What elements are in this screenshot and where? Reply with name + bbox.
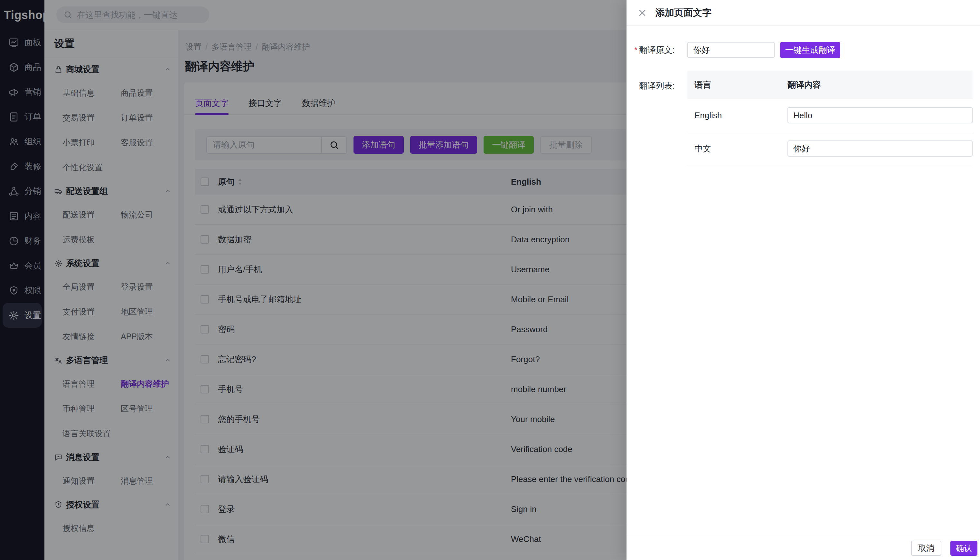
- row-translation-wrap: [787, 107, 973, 123]
- translation-table-header: 语言 翻译内容: [688, 70, 973, 99]
- modal-overlay[interactable]: [0, 0, 626, 560]
- translation-row: 中文: [688, 132, 973, 165]
- translation-list-table: 语言 翻译内容 English 中文: [688, 70, 973, 165]
- translation-input[interactable]: [787, 140, 973, 157]
- source-label-wrap: *翻译原文:: [626, 45, 675, 56]
- row-language: 中文: [688, 143, 787, 154]
- drawer-header: 添加页面文字: [626, 0, 980, 26]
- translation-list-row: 翻译列表: 语言 翻译内容 English 中文: [626, 70, 980, 165]
- drawer-body: *翻译原文: 一键生成翻译 翻译列表: 语言 翻译内容 English: [626, 42, 980, 165]
- generate-translation-button[interactable]: 一键生成翻译: [780, 42, 840, 58]
- column-language: 语言: [688, 79, 787, 90]
- row-language: English: [688, 110, 787, 120]
- confirm-button[interactable]: 确认: [950, 541, 977, 556]
- required-asterisk: *: [634, 45, 638, 55]
- list-label: 翻译列表:: [626, 70, 675, 92]
- source-text-row: *翻译原文: 一键生成翻译: [626, 42, 980, 58]
- source-label: 翻译原文:: [639, 45, 675, 55]
- drawer-title: 添加页面文字: [656, 7, 711, 19]
- translation-row: English: [688, 99, 973, 132]
- source-text-input[interactable]: [688, 42, 775, 58]
- row-translation-wrap: [787, 140, 973, 157]
- cancel-button[interactable]: 取消: [911, 541, 941, 556]
- drawer-footer: 取消 确认: [626, 536, 980, 560]
- column-translation: 翻译内容: [787, 79, 973, 90]
- add-page-text-drawer: 添加页面文字 *翻译原文: 一键生成翻译 翻译列表: 语言 翻译内容 Engli…: [626, 0, 980, 560]
- translation-input[interactable]: [787, 107, 973, 123]
- close-icon[interactable]: [638, 8, 647, 18]
